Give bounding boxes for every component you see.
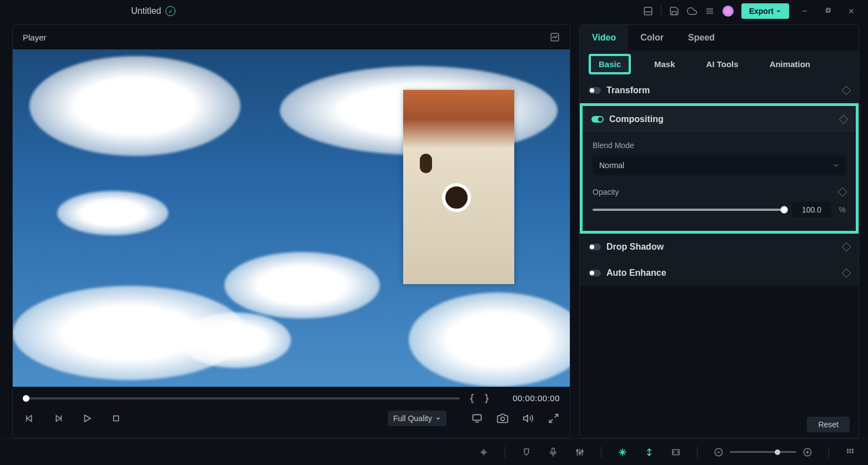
section-transform[interactable]: Transform [580,77,859,103]
auto-enhance-label: Auto Enhance [606,268,666,278]
titlebar: Untitled ✓ Export [0,0,868,22]
keyframe-icon[interactable] [842,86,851,95]
mark-out-button[interactable]: } [484,392,490,404]
marker-icon[interactable] [521,447,532,458]
menu-icon[interactable] [705,6,715,16]
sub-tab-ai-tools[interactable]: AI Tools [699,56,746,72]
opacity-label: Opacity [593,188,619,196]
sub-tab-animation[interactable]: Animation [762,56,818,72]
mic-icon[interactable] [548,447,559,458]
compositing-label: Compositing [609,114,664,124]
keyframe-icon[interactable] [842,269,851,278]
drop-shadow-label: Drop Shadow [606,242,664,252]
adjust-icon[interactable] [574,447,585,458]
snap-icon[interactable] [644,447,655,458]
timecode: 00:00:00:00 [499,393,560,403]
sub-tab-mask[interactable]: Mask [646,56,683,72]
maximize-button[interactable] [824,7,832,16]
sparkle-icon[interactable] [617,447,628,458]
svg-point-34 [576,449,578,451]
layout-icon[interactable] [643,6,653,16]
blend-mode-label: Blend Mode [593,141,846,150]
drop-shadow-toggle[interactable] [589,244,601,250]
video-overlay-clip[interactable] [403,90,514,284]
blend-mode-value: Normal [599,161,624,170]
zoom-out-button[interactable] [713,447,724,458]
transform-label: Transform [606,85,650,95]
close-button[interactable] [847,7,856,16]
svg-rect-7 [827,8,830,12]
next-frame-button[interactable] [52,412,65,425]
zoom-thumb[interactable] [775,449,780,455]
play-button[interactable] [81,412,94,425]
fullscreen-icon[interactable] [548,412,560,424]
opacity-unit: % [839,205,846,214]
cloud-icon[interactable] [687,6,697,16]
svg-rect-17 [473,415,481,420]
saved-icon: ✓ [165,6,175,16]
screen-icon[interactable] [471,412,483,424]
auto-icon[interactable] [478,447,489,458]
mark-in-button[interactable]: { [469,392,475,404]
save-icon[interactable] [669,6,679,16]
svg-rect-49 [850,449,851,451]
tab-speed[interactable]: Speed [676,25,727,50]
graph-icon[interactable] [550,32,560,42]
keyframe-icon[interactable] [842,242,851,252]
volume-icon[interactable] [522,412,534,424]
opacity-thumb[interactable] [780,206,788,214]
sub-tab-basic[interactable]: Basic [589,54,631,74]
project-title: Untitled [131,6,161,16]
svg-rect-53 [852,451,854,453]
quality-select[interactable]: Full Quality [388,411,446,426]
snapshot-icon[interactable] [496,412,509,424]
svg-rect-6 [826,9,830,13]
svg-marker-13 [56,416,61,422]
quality-label: Full Quality [393,414,432,423]
grid-icon[interactable] [845,447,856,458]
compositing-toggle[interactable] [591,116,604,123]
reset-button[interactable]: Reset [807,417,850,432]
keyframe-icon[interactable] [839,115,849,124]
svg-rect-50 [852,449,854,451]
compositing-highlight: Compositing Blend Mode Normal Opacity [580,103,859,234]
svg-rect-0 [644,7,652,15]
svg-marker-11 [27,416,32,422]
avatar[interactable] [723,6,734,17]
svg-rect-29 [552,448,555,453]
opacity-value[interactable]: 100.0 [792,202,831,218]
bottombar [0,438,868,465]
properties-panel: Video Color Speed Basic Mask AI Tools An… [579,24,859,438]
scrub-track[interactable] [23,397,460,400]
svg-line-22 [550,419,553,423]
stop-button[interactable] [109,412,123,425]
scrub-thumb[interactable] [23,395,29,402]
zoom-in-button[interactable] [802,447,813,458]
svg-point-24 [483,452,484,453]
section-auto-enhance[interactable]: Auto Enhance [580,260,859,286]
tab-color[interactable]: Color [628,25,676,50]
svg-marker-15 [85,415,91,422]
keyframe-icon[interactable] [838,188,847,197]
player-panel: Player { } 00:00:00:00 [12,24,570,438]
svg-rect-48 [847,449,849,451]
transform-toggle[interactable] [589,87,601,94]
sub-tabs: Basic Mask AI Tools Animation [580,50,859,77]
svg-rect-16 [114,416,119,421]
auto-enhance-toggle[interactable] [589,270,601,276]
fit-icon[interactable] [670,447,681,458]
export-button[interactable]: Export [741,3,789,19]
tab-video[interactable]: Video [580,25,628,50]
blend-mode-select[interactable]: Normal [593,155,846,175]
section-drop-shadow[interactable]: Drop Shadow [580,234,859,260]
minimize-button[interactable] [800,7,809,16]
svg-rect-52 [850,451,851,453]
player-viewport[interactable] [13,49,570,387]
zoom-slider[interactable] [730,451,796,453]
opacity-slider[interactable] [593,209,785,211]
prev-frame-button[interactable] [23,412,36,425]
svg-point-19 [501,417,505,421]
section-compositing[interactable]: Compositing [583,106,856,132]
svg-marker-20 [524,415,528,422]
svg-line-21 [555,415,558,418]
